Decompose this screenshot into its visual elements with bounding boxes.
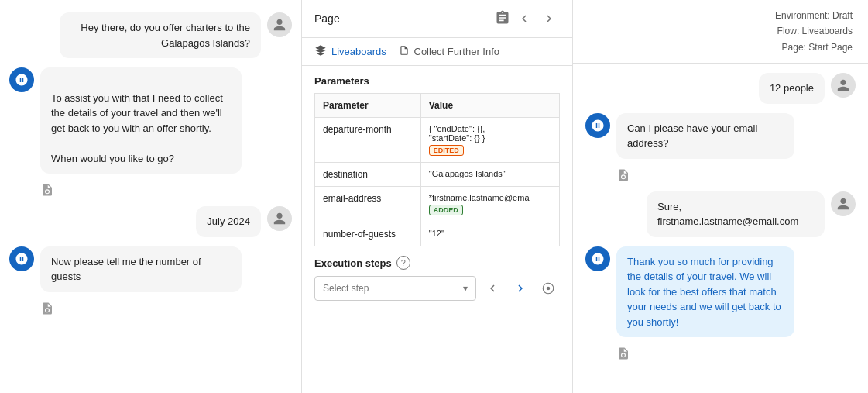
user-avatar-2 xyxy=(267,206,292,231)
chat-row-user-2: July 2024 xyxy=(9,206,292,237)
step-select[interactable]: Select step ▾ xyxy=(314,276,476,301)
file-icon-1 xyxy=(9,183,292,197)
param-cell-2: email-address xyxy=(315,187,421,222)
value-cell-1: "Galapagos Islands" xyxy=(420,163,559,187)
bot-avatar-2 xyxy=(9,246,34,271)
env-line2: Flow: Liveaboards xyxy=(588,23,853,39)
col-header-param: Parameter xyxy=(315,94,421,118)
env-bar: Environment: Draft Flow: Liveaboards Pag… xyxy=(573,0,868,64)
param-cell-1: destination xyxy=(315,163,421,187)
bot-bubble-2: Now please tell me the number of guests xyxy=(40,246,242,292)
table-row: email-address*firstname.lastname@emaADDE… xyxy=(315,187,560,222)
exec-section: Execution steps ? xyxy=(302,246,572,276)
value-cell-3: "12" xyxy=(420,222,559,246)
badge-edited: EDITED xyxy=(429,145,464,156)
table-row: destination"Galapagos Islands" xyxy=(315,163,560,187)
right-file-2 xyxy=(585,346,856,360)
right-chat-bot-1: Can I please have your email address? xyxy=(585,113,856,159)
right-user-avatar-2 xyxy=(831,191,856,216)
params-table: Parameter Value departure-month{ "endDat… xyxy=(314,93,560,246)
right-chat-user-1: 12 people xyxy=(585,73,856,104)
breadcrumb-page: Collect Further Info xyxy=(414,46,500,57)
right-file-1 xyxy=(585,168,856,182)
badge-added: ADDED xyxy=(429,205,463,215)
doc-icon xyxy=(399,45,410,58)
right-bot-avatar-1 xyxy=(585,113,610,138)
clipboard-icon xyxy=(495,10,510,28)
value-cell-0: { "endDate": {}, "startDate": {} }EDITED xyxy=(420,118,559,163)
chat-row-bot-2: Now please tell me the number of guests xyxy=(9,246,292,292)
svg-point-0 xyxy=(547,287,551,291)
right-user-bubble-1: 12 people xyxy=(759,73,825,104)
user-bubble-1: Hey there, do you offer charters to the … xyxy=(60,12,261,58)
flow-icon xyxy=(314,44,327,59)
left-chat-panel: Hey there, do you offer charters to the … xyxy=(0,0,302,393)
env-line3: Page: Start Page xyxy=(588,40,853,55)
value-cell-2: *firstname.lastname@emaADDED xyxy=(420,187,559,222)
user-avatar-1 xyxy=(267,12,292,37)
right-user-avatar-1 xyxy=(831,73,856,98)
right-chat: 12 people Can I please have your email a… xyxy=(573,64,868,393)
step-row: Select step ▾ xyxy=(302,276,572,310)
file-icon-2 xyxy=(9,302,292,315)
page-title: Page xyxy=(314,12,340,25)
bot-bubble-1: To assist you with that I need to collec… xyxy=(40,67,242,174)
table-row: departure-month{ "endDate": {}, "startDa… xyxy=(315,118,560,163)
right-panel: Environment: Draft Flow: Liveaboards Pag… xyxy=(573,0,868,393)
right-user-bubble-2: Sure, firstname.lastname@email.com xyxy=(647,191,825,237)
col-header-value: Value xyxy=(420,94,559,118)
chat-row-user-1: Hey there, do you offer charters to the … xyxy=(9,12,292,58)
step-next-button[interactable] xyxy=(509,277,532,300)
right-bot-avatar-2 xyxy=(585,246,610,271)
middle-panel: Page Liveaboards - Collect Further Info … xyxy=(302,0,573,393)
env-line1: Environment: Draft xyxy=(588,8,853,23)
breadcrumb: Liveaboards - Collect Further Info xyxy=(302,38,572,66)
params-section-title: Parameters xyxy=(302,66,572,93)
page-prev-button[interactable] xyxy=(513,8,535,29)
param-cell-0: departure-month xyxy=(315,118,421,163)
right-bot-bubble-2: Thank you so much for providing the deta… xyxy=(616,246,794,338)
step-prev-button[interactable] xyxy=(481,277,504,300)
bot-avatar-1 xyxy=(9,67,34,92)
right-chat-user-2: Sure, firstname.lastname@email.com xyxy=(585,191,856,237)
user-bubble-2: July 2024 xyxy=(196,206,261,237)
page-next-button[interactable] xyxy=(538,8,560,29)
help-icon[interactable]: ? xyxy=(396,256,410,270)
chevron-down-icon: ▾ xyxy=(463,283,468,294)
right-chat-bot-2: Thank you so much for providing the deta… xyxy=(585,246,856,338)
exec-title: Execution steps xyxy=(314,257,392,269)
page-header: Page xyxy=(302,0,572,38)
param-cell-3: number-of-guests xyxy=(315,222,421,246)
page-nav xyxy=(495,8,560,29)
chat-row-bot-1: To assist you with that I need to collec… xyxy=(9,67,292,174)
breadcrumb-sep: - xyxy=(391,47,394,57)
right-bot-bubble-1: Can I please have your email address? xyxy=(616,113,794,159)
breadcrumb-flow: Liveaboards xyxy=(331,46,386,57)
table-row: number-of-guests"12" xyxy=(315,222,560,246)
target-icon-button[interactable] xyxy=(537,277,560,300)
